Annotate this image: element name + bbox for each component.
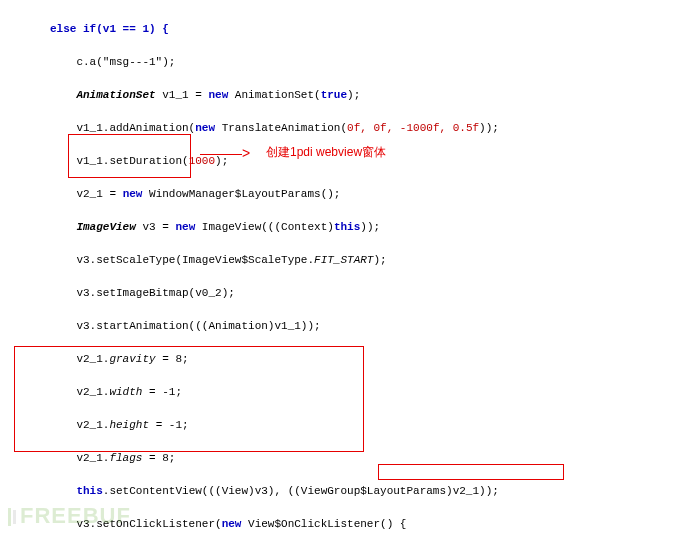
code-block-top: else if(v1 == 1) { c.a("msg---1"); Anima… <box>0 0 690 540</box>
arrow-icon: ———> <box>200 143 250 164</box>
annotation-label: 创建1pdi webview窗体 <box>266 143 386 161</box>
